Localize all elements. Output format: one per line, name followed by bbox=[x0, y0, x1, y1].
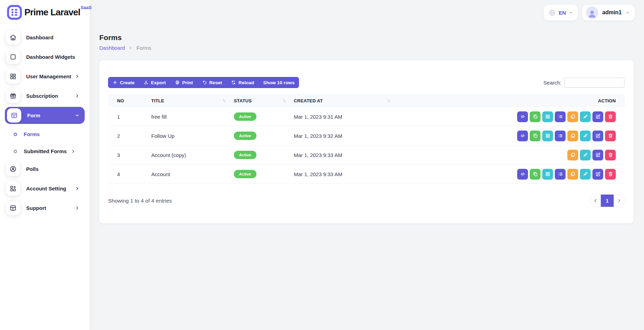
row-number: 3 bbox=[108, 152, 147, 158]
code-icon bbox=[520, 133, 526, 139]
pagination-prev-button[interactable] bbox=[590, 195, 601, 207]
sub-dot-icon bbox=[13, 149, 17, 154]
chevron-right-icon bbox=[617, 198, 621, 203]
button-label: Show 10 rows bbox=[263, 80, 294, 85]
sidebar-item-form[interactable]: Form bbox=[5, 107, 85, 124]
globe-icon bbox=[549, 9, 556, 16]
sidebar-item-submitted-forms[interactable]: Submitted Forms bbox=[5, 143, 85, 159]
brush-action-button[interactable] bbox=[580, 131, 591, 141]
code-action-button[interactable] bbox=[517, 131, 528, 141]
plus-icon bbox=[113, 80, 117, 85]
copy-icon bbox=[532, 171, 538, 177]
delete-action-button[interactable] bbox=[605, 111, 616, 122]
brush-icon bbox=[583, 114, 588, 119]
button-label: Reload bbox=[238, 80, 254, 85]
brush-action-button[interactable] bbox=[580, 111, 591, 122]
table-body: 1free fillActiveMar 1, 2023 9:31 AM2Foll… bbox=[108, 107, 625, 184]
sidebar-item-dashboard[interactable]: Dashboard bbox=[5, 29, 85, 46]
delete-action-button[interactable] bbox=[605, 169, 616, 180]
list-action-button[interactable] bbox=[555, 131, 566, 141]
list-action-button[interactable] bbox=[555, 111, 566, 122]
sidebar-item-support[interactable]: Support bbox=[5, 199, 85, 217]
sort-icon[interactable] bbox=[386, 99, 391, 103]
duplicate-icon bbox=[570, 171, 576, 177]
edit-action-button[interactable] bbox=[592, 150, 603, 160]
sidebar-nav: DashboardDashboard WidgetsUser Managemen… bbox=[0, 20, 90, 217]
column-header-action: ACTION bbox=[509, 98, 625, 103]
copy-action-button[interactable] bbox=[530, 131, 540, 141]
language-selector[interactable]: EN bbox=[544, 5, 578, 21]
sidebar-item-forms[interactable]: Forms bbox=[5, 126, 85, 142]
edit-action-button[interactable] bbox=[592, 111, 603, 122]
chevron-down-icon bbox=[75, 113, 79, 118]
column-header-title[interactable]: TITLE bbox=[147, 98, 230, 103]
list-action-button[interactable] bbox=[555, 169, 566, 180]
brush-action-button[interactable] bbox=[580, 169, 591, 180]
grid-action-button[interactable] bbox=[542, 169, 553, 180]
delete-action-button[interactable] bbox=[605, 150, 616, 160]
column-label: STATUS bbox=[234, 98, 252, 103]
export-button[interactable]: Export bbox=[139, 77, 170, 88]
column-header-no: NO bbox=[108, 98, 147, 103]
sidebar-item-dashboard-widgets[interactable]: Dashboard Widgets bbox=[5, 48, 85, 65]
print-button[interactable]: Print bbox=[170, 77, 198, 88]
pagination-next-button[interactable] bbox=[614, 195, 624, 207]
sidebar-item-label: Support bbox=[26, 205, 46, 211]
edit-icon bbox=[595, 133, 601, 139]
sidebar-item-account-setting[interactable]: Account Setting bbox=[5, 180, 85, 197]
create-button[interactable]: Create bbox=[108, 77, 139, 88]
sidebar-item-user-management[interactable]: User Management bbox=[5, 68, 85, 85]
sort-icon[interactable] bbox=[282, 99, 286, 103]
user-menu[interactable]: admin1 bbox=[582, 5, 635, 21]
code-icon bbox=[520, 114, 526, 119]
code-action-button[interactable] bbox=[517, 169, 528, 180]
sidebar-item-subscription[interactable]: Subscription bbox=[5, 87, 85, 104]
duplicate-action-button[interactable] bbox=[567, 111, 578, 122]
column-header-status[interactable]: STATUS bbox=[230, 98, 290, 103]
brush-icon bbox=[583, 152, 588, 158]
breadcrumb-dashboard-link[interactable]: Dashboard bbox=[99, 45, 125, 51]
pagination-page-1[interactable]: 1 bbox=[601, 195, 614, 207]
copy-icon bbox=[532, 133, 538, 139]
table-row: 4AccountActiveMar 1, 2023 9:33 AM bbox=[108, 165, 625, 184]
forms-table: NOTITLESTATUSCREATED ATACTION 1free fill… bbox=[108, 94, 625, 184]
created-at: Mar 1, 2023 9:33 AM bbox=[290, 152, 394, 158]
delete-action-button[interactable] bbox=[605, 131, 616, 141]
search-input[interactable] bbox=[565, 78, 624, 88]
search-label: Search: bbox=[543, 80, 561, 86]
brush-icon bbox=[583, 133, 588, 139]
grid-action-button[interactable] bbox=[542, 111, 553, 122]
form-title: free fill bbox=[147, 114, 230, 120]
status-cell: Active bbox=[230, 170, 290, 178]
edit-icon bbox=[595, 152, 601, 158]
reload-button[interactable]: Reload bbox=[227, 77, 259, 88]
refresh-icon bbox=[231, 80, 236, 85]
form-title: Account bbox=[147, 171, 230, 177]
code-action-button[interactable] bbox=[517, 111, 528, 122]
breadcrumb-current: Forms bbox=[136, 45, 151, 51]
button-label: Print bbox=[182, 80, 193, 85]
sidebar-item-polls[interactable]: Polls bbox=[5, 160, 85, 178]
edit-action-button[interactable] bbox=[592, 169, 603, 180]
table-row: 2Follow UpActiveMar 1, 2023 9:32 AM bbox=[108, 126, 625, 146]
edit-action-button[interactable] bbox=[592, 131, 603, 141]
duplicate-action-button[interactable] bbox=[567, 131, 578, 141]
copy-action-button[interactable] bbox=[530, 169, 540, 180]
show-10-rows-button[interactable]: Show 10 rows bbox=[259, 77, 299, 88]
brand[interactable]: Prime Laravel SaaS bbox=[0, 0, 90, 20]
copy-action-button[interactable] bbox=[530, 111, 540, 122]
brand-badge: SaaS bbox=[80, 5, 92, 10]
row-number: 1 bbox=[108, 114, 147, 120]
sort-icon[interactable] bbox=[222, 99, 227, 103]
brush-action-button[interactable] bbox=[580, 150, 591, 160]
brand-name: Prime Laravel bbox=[24, 5, 80, 20]
undo-icon bbox=[202, 80, 207, 85]
sidebar-item-label: Dashboard Widgets bbox=[26, 54, 75, 60]
duplicate-action-button[interactable] bbox=[567, 169, 578, 180]
user-name: admin1 bbox=[602, 9, 622, 16]
column-header-created-at[interactable]: CREATED AT bbox=[290, 98, 394, 103]
support-icon bbox=[6, 201, 20, 215]
duplicate-action-button[interactable] bbox=[567, 150, 578, 160]
reset-button[interactable]: Reset bbox=[198, 77, 227, 88]
grid-action-button[interactable] bbox=[542, 131, 553, 141]
